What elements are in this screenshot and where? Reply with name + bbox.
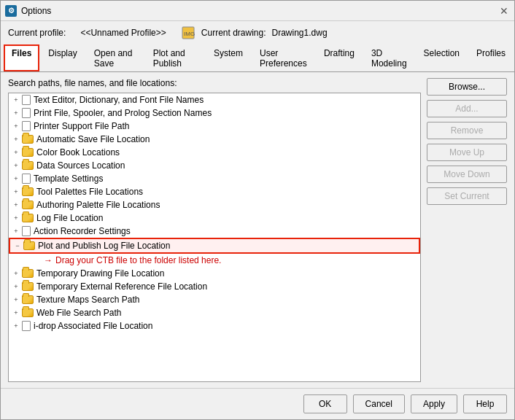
arrow-icon: → [44, 255, 53, 265]
expand-icon[interactable]: + [12, 269, 20, 278]
tree-item-idrop[interactable]: + i-drop Associated File Location [9, 319, 420, 332]
expand-icon[interactable]: + [12, 322, 20, 330]
tree-item-label: i-drop Associated File Location [34, 321, 152, 331]
tree-item-label: Log File Location [36, 213, 103, 223]
folder-icon [22, 201, 34, 209]
tree-item-label: Plot and Publish Log File Location [38, 241, 170, 251]
folder-icon [22, 148, 34, 157]
tree-item-web-file[interactable]: + Web File Search Path [9, 306, 420, 319]
tree-item-label: Temporary External Reference File Locati… [36, 281, 207, 292]
doc-icon [22, 95, 31, 105]
cancel-button[interactable]: Cancel [353, 394, 405, 413]
expand-icon[interactable]: + [12, 174, 20, 183]
content-area: Search paths, file names, and file locat… [1, 72, 514, 388]
footer: OK Cancel Apply Help [1, 388, 514, 419]
folder-icon [22, 282, 34, 291]
help-button[interactable]: Help [463, 394, 507, 413]
tree-item-plot-publish-log[interactable]: − Plot and Publish Log File Location [9, 238, 420, 254]
apply-button[interactable]: Apply [411, 394, 457, 413]
profile-name: <<Unnamed Profile>> [80, 28, 166, 38]
tab-open-save[interactable]: Open and Save [86, 44, 144, 71]
move-down-button[interactable]: Move Down [427, 166, 507, 183]
current-drawing-label: Current drawing: [201, 28, 266, 38]
set-current-button[interactable]: Set Current [427, 187, 507, 205]
tree-item-label: Template Settings [34, 174, 103, 184]
folder-icon [22, 187, 34, 196]
tree-item-color-book[interactable]: + Color Book Locations [9, 146, 420, 159]
expand-icon[interactable]: + [12, 282, 20, 291]
tab-selection[interactable]: Selection [416, 44, 468, 71]
expand-icon[interactable]: + [12, 148, 20, 157]
tree-item-tool-palettes[interactable]: + Tool Palettes File Locations [9, 185, 420, 198]
tree-item-print-file[interactable]: + Print File, Spooler, and Prolog Sectio… [9, 106, 420, 120]
tab-display[interactable]: Display [40, 44, 85, 71]
app-icon: ⚙ [5, 5, 17, 17]
folder-icon [22, 161, 34, 170]
tree-item-authoring-palette[interactable]: + Authoring Palette File Locations [9, 198, 420, 211]
tree-item-template-settings[interactable]: + Template Settings [9, 172, 420, 185]
expand-icon[interactable]: + [12, 214, 20, 222]
remove-button[interactable]: Remove [427, 122, 507, 139]
add-button[interactable]: Add... [427, 100, 507, 117]
expand-icon[interactable]: + [12, 201, 20, 209]
tab-drafting[interactable]: Drafting [316, 44, 363, 71]
drawing-section: IMG Current drawing: Drawing1.dwg [181, 26, 328, 40]
tree-container[interactable]: + Text Editor, Dictionary, and Font File… [8, 93, 421, 382]
doc-icon [22, 321, 31, 331]
tree-item-label: Temporary Drawing File Location [36, 268, 164, 279]
tree-item-data-sources[interactable]: + Data Sources Location [9, 159, 420, 172]
tree-item-temp-drawing[interactable]: + Temporary Drawing File Location [9, 267, 420, 280]
move-up-button[interactable]: Move Up [427, 144, 507, 161]
tree-item-temp-xref[interactable]: + Temporary External Reference File Loca… [9, 280, 420, 293]
tab-user-preferences[interactable]: User Preferences [252, 44, 315, 71]
tree-item-label: Action Recorder Settings [34, 226, 131, 236]
close-button[interactable]: ✕ [498, 5, 510, 17]
expand-icon[interactable]: + [12, 227, 20, 236]
expand-icon[interactable]: + [12, 308, 20, 317]
tree-item-label: Web File Search Path [36, 308, 122, 318]
tree-item-label: Data Sources Location [36, 160, 125, 171]
doc-icon [22, 108, 31, 118]
tree-item-label: Tool Palettes File Locations [36, 187, 143, 197]
tab-system[interactable]: System [206, 44, 251, 71]
browse-button[interactable]: Browse... [427, 78, 507, 96]
svg-text:IMG: IMG [184, 31, 195, 37]
tree-item-label: Drag your CTB file to the folder listed … [55, 255, 221, 265]
folder-icon [23, 241, 35, 250]
tab-3d-modeling[interactable]: 3D Modeling [363, 44, 415, 71]
folder-icon [22, 295, 34, 304]
tree-item-label: Printer Support File Path [34, 121, 129, 131]
tree-item-label: Text Editor, Dictionary, and Font File N… [34, 95, 204, 105]
expand-icon[interactable]: + [12, 161, 20, 170]
folder-icon [22, 308, 34, 317]
tree-item-auto-save[interactable]: + Automatic Save File Location [9, 133, 420, 146]
expand-icon[interactable]: + [12, 187, 20, 196]
tab-profiles[interactable]: Profiles [468, 44, 514, 71]
tree-item-texture-maps[interactable]: + Texture Maps Search Path [9, 293, 420, 306]
tree-item-label: Automatic Save File Location [36, 134, 150, 144]
title-bar-left: ⚙ Options [5, 5, 51, 17]
window-title: Options [21, 6, 51, 16]
expand-icon[interactable]: + [12, 135, 20, 144]
ok-button[interactable]: OK [303, 394, 347, 413]
expand-icon[interactable]: + [12, 122, 20, 131]
current-profile-label: Current profile: [8, 28, 66, 38]
tree-item-printer-support[interactable]: + Printer Support File Path [9, 120, 420, 133]
left-panel: Search paths, file names, and file locat… [8, 78, 421, 382]
folder-icon [22, 135, 34, 144]
expand-icon[interactable]: + [12, 96, 20, 104]
tab-bar: Files Display Open and Save Plot and Pub… [1, 44, 514, 72]
tree-item-label: Color Book Locations [36, 147, 120, 158]
expand-icon[interactable]: − [13, 241, 22, 250]
tree-item-log-file[interactable]: + Log File Location [9, 211, 420, 225]
doc-icon [22, 174, 31, 184]
doc-icon [22, 226, 31, 236]
tab-plot-publish[interactable]: Plot and Publish [145, 44, 205, 71]
expand-icon[interactable]: + [12, 295, 20, 304]
tree-item-text-editor[interactable]: + Text Editor, Dictionary, and Font File… [9, 93, 420, 106]
right-panel: Browse... Add... Remove Move Up Move Dow… [427, 78, 507, 382]
expand-icon[interactable]: + [12, 109, 20, 117]
title-bar: ⚙ Options ✕ [1, 1, 514, 21]
tree-item-action-recorder[interactable]: + Action Recorder Settings [9, 225, 420, 238]
tab-files[interactable]: Files [4, 44, 39, 71]
